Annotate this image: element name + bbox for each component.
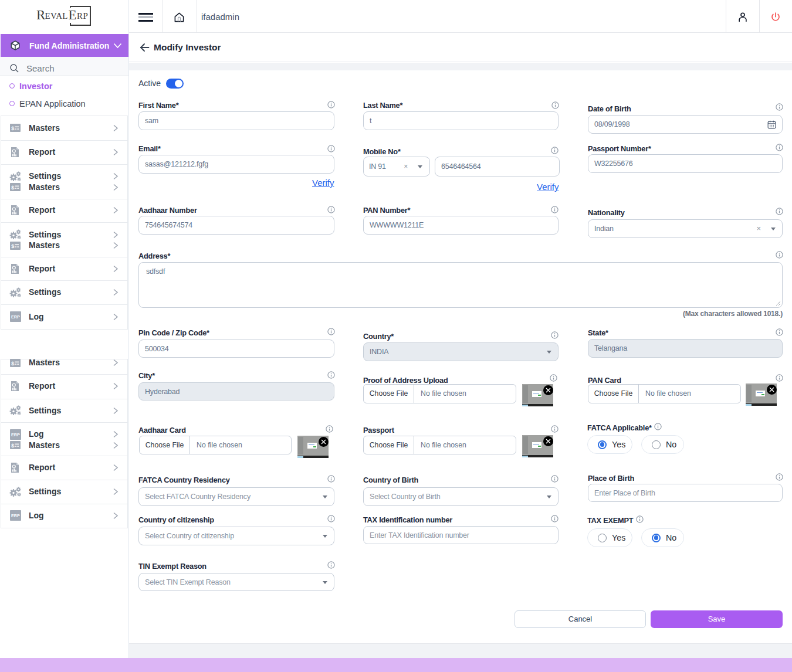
- svg-text:$: $: [11, 125, 14, 131]
- svg-text:$: $: [11, 361, 14, 366]
- svg-text:$: $: [11, 243, 14, 249]
- svg-text:ERP: ERP: [11, 432, 20, 437]
- svg-text:ERP: ERP: [11, 513, 20, 518]
- svg-text:ERP: ERP: [11, 314, 20, 320]
- svg-text:$: $: [11, 185, 14, 191]
- svg-text:$: $: [11, 443, 14, 449]
